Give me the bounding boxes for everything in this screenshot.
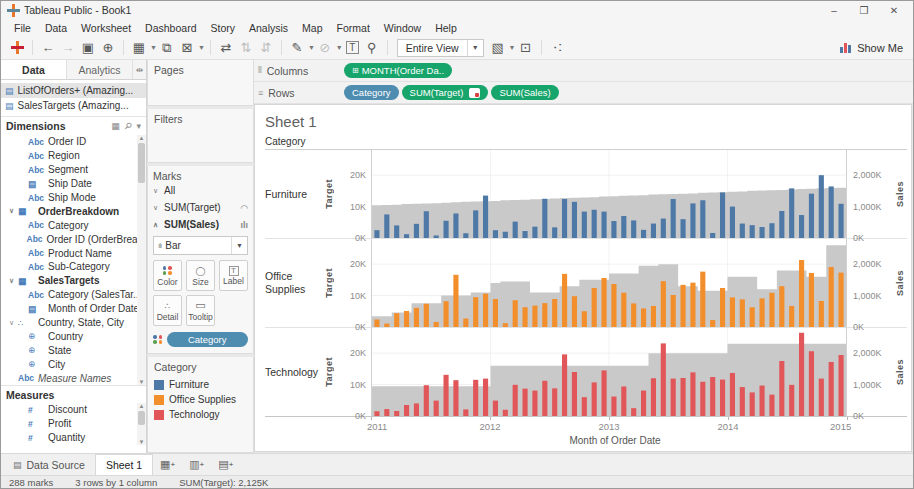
field-item[interactable]: ▤Ship Date	[1, 177, 146, 191]
tableau-home-icon[interactable]	[7, 41, 27, 54]
show-me-button[interactable]: Show Me	[840, 42, 907, 54]
new-dashboard-tab-icon[interactable]: ▥+	[182, 454, 211, 475]
menu-window[interactable]: Window	[377, 22, 428, 34]
new-worksheet-icon[interactable]: ▦	[129, 40, 149, 55]
size-button[interactable]: ◯Size	[186, 260, 215, 291]
tab-data[interactable]: Data	[1, 60, 66, 79]
plot-furniture[interactable]	[371, 150, 847, 239]
field-item[interactable]: #Profit	[1, 417, 146, 431]
presentation-mode-icon[interactable]: ⊡	[516, 40, 536, 55]
field-item[interactable]: AbcMeasure Names	[1, 371, 146, 385]
duplicate-sheet-icon[interactable]: ⧉	[157, 40, 177, 56]
menu-format[interactable]: Format	[330, 22, 377, 34]
columns-pill[interactable]: ⊞MONTH(Order Da..	[344, 63, 452, 78]
measures-scrollbar[interactable]: ▲▼	[137, 403, 146, 445]
undo-icon[interactable]: ←	[38, 40, 58, 55]
rows-pill[interactable]: SUM(Target)	[402, 85, 489, 100]
field-item[interactable]: ∨▦SalesTargets	[1, 274, 146, 288]
sales-axis-ticks[interactable]: 0K1,000K2,000K	[847, 328, 893, 417]
marks-layer-all[interactable]: ∨All	[153, 182, 248, 199]
mark-type-select[interactable]: ılı Bar ▼	[153, 236, 248, 255]
swap-rows-columns-icon[interactable]: ⇄	[216, 40, 236, 55]
show-hide-cards-icon[interactable]: ▧	[488, 40, 508, 55]
color-button[interactable]: Color	[153, 260, 182, 291]
close-button[interactable]: ✕	[879, 5, 909, 16]
target-axis-ticks[interactable]: 0K10K20K	[337, 239, 371, 328]
field-item[interactable]: AbcRegion	[1, 149, 146, 163]
menu-dashboard[interactable]: Dashboard	[138, 22, 203, 34]
menu-story[interactable]: Story	[203, 22, 242, 34]
field-item[interactable]: AbcCategory (SalesTar...	[1, 288, 146, 302]
field-item[interactable]: ⊕Country	[1, 329, 146, 343]
field-item[interactable]: AbcOrder ID	[1, 135, 146, 149]
field-item[interactable]: AbcCategory	[1, 218, 146, 232]
sales-axis-ticks[interactable]: 0K1,000K2,000K	[847, 239, 893, 328]
sales-axis-ticks[interactable]: 0K1,000K2,000K	[847, 150, 893, 239]
fix-axes-icon[interactable]: ⚲	[362, 40, 382, 55]
plot-technology[interactable]	[371, 328, 847, 417]
new-data-source-icon[interactable]: ⊕	[98, 40, 118, 55]
sort-fields-icon[interactable]: ▾	[136, 121, 141, 131]
marks-pill-category[interactable]: Category	[167, 332, 249, 347]
new-worksheet-tab-icon[interactable]: ▦+	[153, 454, 182, 475]
field-item[interactable]: AbcSegment	[1, 163, 146, 177]
view-as-grid-icon[interactable]: ▦	[111, 121, 120, 131]
chevron-down-icon[interactable]: ▼	[336, 44, 343, 51]
new-story-tab-icon[interactable]: ▤+	[211, 454, 240, 475]
pane-options-icon[interactable]: ⇹	[132, 60, 146, 79]
dimensions-scrollbar[interactable]: ▲▼	[137, 135, 146, 385]
field-item[interactable]: #Discount	[1, 403, 146, 417]
columns-shelf[interactable]: ⫴ Columns ⊞MONTH(Order Da..	[254, 60, 913, 82]
data-source-tab[interactable]: ▤ Data Source	[3, 454, 95, 475]
fit-selector[interactable]: Entire View▼	[397, 39, 484, 57]
label-button[interactable]: TLabel	[219, 260, 248, 291]
menu-analysis[interactable]: Analysis	[242, 22, 295, 34]
field-item[interactable]: AbcProduct Name	[1, 246, 146, 260]
menu-data[interactable]: Data	[38, 22, 74, 34]
menu-file[interactable]: File	[7, 22, 38, 34]
field-item[interactable]: AbcOrder ID (OrderBrea...	[1, 232, 146, 246]
plot-office-supplies[interactable]	[371, 239, 847, 328]
menu-map[interactable]: Map	[295, 22, 329, 34]
rows-pill[interactable]: SUM(Sales)	[491, 85, 558, 100]
target-axis-ticks[interactable]: 0K10K20K	[337, 328, 371, 417]
legend-item[interactable]: Technology	[154, 407, 247, 422]
minimize-button[interactable]: –	[819, 5, 849, 16]
marks-layer-sum-sales-[interactable]: ∧SUM(Sales)ılı	[153, 216, 248, 233]
legend-item[interactable]: Office Supplies	[154, 392, 247, 407]
detail-button[interactable]: ∴Detail	[153, 295, 182, 326]
marks-layer-sum-target-[interactable]: ∨SUM(Target)◠	[153, 199, 248, 216]
find-field-icon[interactable]: ⚲	[122, 120, 134, 132]
target-axis-ticks[interactable]: 0K10K20K	[337, 150, 371, 239]
highlight-icon[interactable]: ✎	[287, 40, 307, 55]
pages-shelf[interactable]: Pages	[147, 60, 254, 106]
data-source-item[interactable]: ▤ListOfOrders+ (Amazing...	[1, 83, 146, 98]
menu-worksheet[interactable]: Worksheet	[74, 22, 138, 34]
rows-shelf[interactable]: ≡ Rows CategorySUM(Target)SUM(Sales)	[254, 82, 913, 104]
show-mark-labels-icon[interactable]: T	[346, 41, 359, 54]
field-item[interactable]: ∨▦OrderBreakdown	[1, 204, 146, 218]
chevron-down-icon[interactable]: ▼	[509, 44, 516, 51]
share-icon[interactable]: ∵	[549, 38, 564, 58]
chevron-down-icon[interactable]: ▼	[308, 44, 315, 51]
restore-button[interactable]: ❐	[849, 5, 879, 16]
filters-shelf[interactable]: Filters	[147, 109, 254, 163]
field-item[interactable]: ⊕State	[1, 343, 146, 357]
tab-analytics[interactable]: Analytics	[66, 60, 132, 79]
chevron-down-icon[interactable]: ▼	[198, 44, 205, 51]
field-item[interactable]: ⊕City	[1, 357, 146, 371]
clear-sheet-icon[interactable]: ⊠	[177, 40, 197, 55]
menu-help[interactable]: Help	[428, 22, 464, 34]
legend-item[interactable]: Furniture	[154, 377, 247, 392]
data-source-item[interactable]: ▤SalesTargets (Amazing...	[1, 98, 146, 113]
sheet1-tab[interactable]: Sheet 1	[95, 454, 153, 475]
x-axis[interactable]: 20112012201320142015	[371, 417, 847, 433]
rows-pill[interactable]: Category	[344, 85, 399, 100]
field-item[interactable]: AbcShip Mode	[1, 191, 146, 205]
tooltip-button[interactable]: ▭Tooltip	[186, 295, 215, 326]
field-item[interactable]: #Quantity	[1, 431, 146, 445]
field-item[interactable]: ▤Month of Order Date	[1, 302, 146, 316]
field-item[interactable]: AbcSub-Category	[1, 260, 146, 274]
field-item[interactable]: ∨∴Country, State, City	[1, 316, 146, 330]
save-icon[interactable]: ▣	[78, 40, 98, 55]
